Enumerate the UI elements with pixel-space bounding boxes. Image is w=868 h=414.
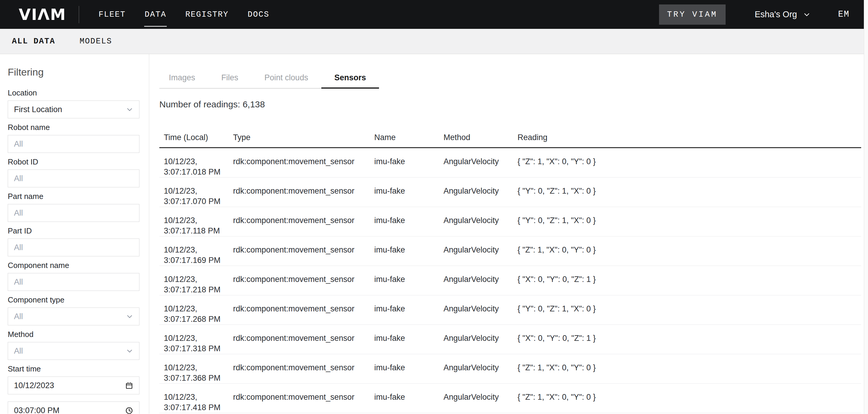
cell-time: 10/12/23, 3:07:17.218 PM [159, 266, 233, 295]
start-time-label: Start time [8, 364, 140, 374]
nav-divider [79, 6, 79, 23]
table-row: 10/12/23, 3:07:17.268 PM rdk:component:m… [159, 295, 861, 325]
cell-time: 10/12/23, 3:07:17.318 PM [159, 325, 233, 354]
cell-time: 10/12/23, 3:07:17.368 PM [159, 354, 233, 384]
table-header-row: Time (Local) Type Name Method Reading [159, 132, 861, 148]
filter-group-robot-name: Robot name [8, 122, 140, 153]
filter-sidebar: Filtering Location First Location Robot … [0, 54, 149, 414]
method-value: All [14, 347, 23, 356]
topnav-right: TRY VIAM Esha's Org EM [659, 4, 854, 25]
clock-icon[interactable] [125, 407, 133, 414]
robot-name-input[interactable] [8, 135, 140, 153]
table-row: 10/12/23, 3:07:17.070 PM rdk:component:m… [159, 178, 861, 207]
avatar[interactable]: EM [838, 9, 849, 19]
start-time-value: 03:07:00 PM [14, 406, 59, 414]
tab-images[interactable]: Images [159, 72, 208, 89]
robot-name-label: Robot name [8, 122, 140, 132]
readings-count: Number of readings: 6,138 [159, 99, 861, 110]
table-row: 10/12/23, 3:07:17.368 PM rdk:component:m… [159, 354, 861, 384]
tab-all-data[interactable]: ALL DATA [12, 37, 55, 46]
location-value: First Location [14, 105, 62, 114]
col-header-reading: Reading [518, 132, 861, 148]
tab-sensors[interactable]: Sensors [321, 72, 379, 89]
filter-group-location: Location First Location [8, 88, 140, 118]
table-row: 10/12/23, 3:07:17.318 PM rdk:component:m… [159, 325, 861, 354]
cell-name: imu-fake [374, 178, 443, 207]
cell-type: rdk:component:movement_sensor [233, 384, 374, 413]
col-header-type: Type [233, 132, 374, 148]
cell-method: AngularVelocity [443, 148, 518, 178]
cell-name: imu-fake [374, 148, 443, 178]
org-switcher[interactable]: Esha's Org [755, 9, 811, 19]
cell-method: AngularVelocity [443, 207, 518, 236]
component-type-value: All [14, 312, 23, 321]
component-name-input[interactable] [8, 273, 140, 291]
nav-link-docs[interactable]: DOCS [248, 10, 269, 19]
viam-logo[interactable]: VIΛM [19, 6, 66, 24]
component-type-label: Component type [8, 295, 140, 304]
cell-type: rdk:component:movement_sensor [233, 236, 374, 266]
main-content: Images Files Point clouds Sensors Number… [149, 54, 868, 414]
chevron-down-icon [126, 106, 133, 113]
cell-name: imu-fake [374, 384, 443, 413]
scrollbar[interactable] [864, 0, 868, 414]
cell-method: AngularVelocity [443, 178, 518, 207]
cell-type: rdk:component:movement_sensor [233, 207, 374, 236]
cell-reading: { "Z": 1, "X": 0, "Y": 0 } [518, 354, 861, 384]
cell-reading: { "Y": 0, "Z": 1, "X": 0 } [518, 295, 861, 325]
cell-time: 10/12/23, 3:07:17.018 PM [159, 148, 233, 178]
secondary-nav: ALL DATA MODELS [0, 29, 868, 54]
start-date-input[interactable]: 10/12/2023 [8, 377, 140, 394]
component-name-label: Component name [8, 261, 140, 270]
method-select[interactable]: All [8, 342, 140, 360]
part-id-input[interactable] [8, 239, 140, 256]
part-name-label: Part name [8, 191, 140, 201]
robot-id-label: Robot ID [8, 157, 140, 167]
table-body: 10/12/23, 3:07:17.018 PM rdk:component:m… [159, 148, 861, 413]
start-time-input[interactable]: 03:07:00 PM [8, 402, 140, 414]
start-date-value: 10/12/2023 [14, 381, 54, 390]
cell-reading: { "X": 0, "Y": 0, "Z": 1 } [518, 325, 861, 354]
col-header-time: Time (Local) [159, 132, 233, 148]
cell-time: 10/12/23, 3:07:17.169 PM [159, 236, 233, 266]
part-name-input[interactable] [8, 204, 140, 222]
filter-group-method: Method All [8, 329, 140, 360]
filter-group-component-type: Component type All [8, 295, 140, 325]
top-navbar: VIΛM FLEET DATA REGISTRY DOCS TRY VIAM E… [0, 0, 868, 29]
cell-time: 10/12/23, 3:07:17.070 PM [159, 178, 233, 207]
cell-name: imu-fake [374, 295, 443, 325]
cell-method: AngularVelocity [443, 236, 518, 266]
nav-link-data[interactable]: DATA [145, 10, 166, 19]
try-viam-button[interactable]: TRY VIAM [659, 4, 725, 25]
component-type-select[interactable]: All [8, 307, 140, 325]
nav-link-registry[interactable]: REGISTRY [185, 10, 228, 19]
cell-time: 10/12/23, 3:07:17.418 PM [159, 384, 233, 413]
cell-method: AngularVelocity [443, 266, 518, 295]
data-type-tabs: Images Files Point clouds Sensors [159, 72, 379, 89]
cell-name: imu-fake [374, 354, 443, 384]
cell-name: imu-fake [374, 266, 443, 295]
cell-type: rdk:component:movement_sensor [233, 178, 374, 207]
cell-reading: { "Z": 1, "X": 0, "Y": 0 } [518, 148, 861, 178]
filter-group-robot-id: Robot ID [8, 157, 140, 187]
robot-id-input[interactable] [8, 170, 140, 187]
location-select[interactable]: First Location [8, 100, 140, 118]
cell-name: imu-fake [374, 325, 443, 354]
tab-files[interactable]: Files [208, 72, 251, 89]
cell-reading: { "Z": 1, "X": 0, "Y": 0 } [518, 236, 861, 266]
filter-group-part-id: Part ID [8, 226, 140, 256]
primary-nav: FLEET DATA REGISTRY DOCS [99, 10, 269, 19]
cell-name: imu-fake [374, 207, 443, 236]
location-label: Location [8, 88, 140, 97]
part-id-label: Part ID [8, 226, 140, 236]
cell-type: rdk:component:movement_sensor [233, 148, 374, 178]
nav-link-fleet[interactable]: FLEET [99, 10, 126, 19]
cell-method: AngularVelocity [443, 295, 518, 325]
calendar-icon[interactable] [125, 382, 133, 390]
filter-group-part-name: Part name [8, 191, 140, 222]
cell-reading: { "Z": 1, "X": 0, "Y": 0 } [518, 384, 861, 413]
tab-models[interactable]: MODELS [80, 37, 112, 46]
cell-method: AngularVelocity [443, 325, 518, 354]
tab-point-clouds[interactable]: Point clouds [251, 72, 321, 89]
filter-group-start-time: Start time 10/12/2023 03:07:00 PM [8, 364, 140, 414]
